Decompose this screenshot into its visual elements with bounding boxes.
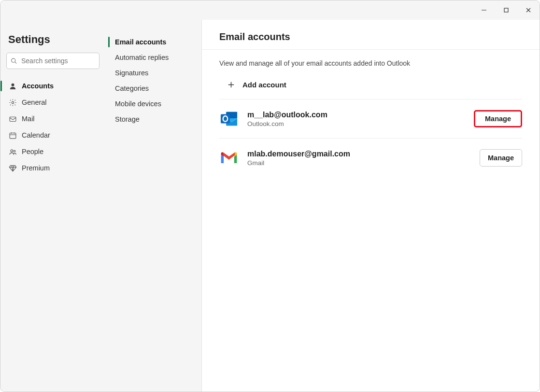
subnav-item-label: Email accounts: [115, 38, 166, 46]
minimize-icon: [481, 7, 487, 13]
sidebar-item-calendar[interactable]: Calendar: [5, 127, 100, 143]
outlook-icon: [219, 109, 239, 128]
sidebar-left: Settings Accounts General: [0, 20, 105, 392]
sidebar-item-general[interactable]: General: [5, 94, 100, 111]
svg-point-14: [14, 150, 15, 152]
sidebar-item-label: Mail: [22, 115, 35, 123]
person-icon: [7, 82, 18, 90]
svg-point-13: [11, 150, 13, 152]
main-description: View and manage all of your email accoun…: [219, 59, 522, 67]
subnav-item-label: Signatures: [115, 69, 148, 77]
subnav-item-mobile-devices[interactable]: Mobile devices: [111, 96, 197, 112]
maximize-button[interactable]: [495, 2, 517, 18]
search-input[interactable]: [6, 53, 99, 69]
gmail-icon: [219, 148, 239, 168]
subnav-item-automatic-replies[interactable]: Automatic replies: [111, 50, 197, 65]
close-button[interactable]: [517, 2, 540, 18]
svg-point-4: [12, 58, 15, 62]
subnav-item-signatures[interactable]: Signatures: [111, 65, 197, 81]
account-info: m__lab@outlook.com Outlook.com: [247, 111, 474, 127]
manage-button[interactable]: Manage: [480, 149, 522, 167]
people-icon: [7, 148, 18, 156]
account-provider: Outlook.com: [247, 120, 474, 127]
sidebar-item-mail[interactable]: Mail: [5, 111, 100, 127]
gear-icon: [7, 98, 18, 107]
diamond-icon: [7, 164, 18, 172]
account-row: m__lab@outlook.com Outlook.com Manage: [219, 99, 522, 139]
maximize-icon: [503, 7, 509, 13]
manage-button[interactable]: Manage: [474, 110, 522, 127]
add-account-button[interactable]: Add account: [219, 76, 522, 93]
sidebar-item-label: People: [22, 148, 43, 155]
subnav-item-label: Mobile devices: [115, 100, 161, 108]
sidebar-item-label: Premium: [22, 164, 50, 172]
divider: [202, 49, 540, 50]
mail-icon: [7, 115, 18, 123]
svg-rect-1: [504, 8, 508, 12]
sidebar-item-label: Accounts: [22, 82, 54, 90]
settings-window: Settings Accounts General: [0, 0, 540, 392]
account-email: mlab.demouser@gmail.com: [247, 150, 480, 158]
sidebar-item-label: General: [22, 98, 47, 106]
main-content: Email accounts View and manage all of yo…: [202, 20, 540, 392]
sidebar-item-label: Calendar: [22, 131, 50, 139]
sidebar-item-premium[interactable]: Premium: [5, 160, 100, 176]
search-wrap: [6, 53, 99, 69]
account-provider: Gmail: [247, 159, 480, 167]
main-heading: Email accounts: [219, 31, 522, 42]
svg-rect-9: [10, 133, 16, 138]
add-account-label: Add account: [242, 81, 286, 89]
svg-point-6: [11, 83, 14, 86]
plus-icon: [227, 81, 238, 89]
titlebar: [0, 0, 540, 20]
account-row: mlab.demouser@gmail.com Gmail Manage: [219, 139, 522, 177]
subnav-item-label: Automatic replies: [115, 54, 169, 61]
search-icon: [11, 58, 17, 64]
sidebar-middle: Email accounts Automatic replies Signatu…: [105, 20, 202, 392]
account-email: m__lab@outlook.com: [247, 111, 474, 119]
subnav-item-label: Categories: [115, 84, 149, 92]
subnav-item-categories[interactable]: Categories: [111, 81, 197, 96]
sidebar-item-accounts[interactable]: Accounts: [5, 78, 100, 94]
close-icon: [526, 7, 531, 13]
svg-rect-8: [10, 117, 16, 121]
subnav-item-storage[interactable]: Storage: [111, 112, 197, 127]
minimize-button[interactable]: [473, 2, 495, 18]
sidebar-item-people[interactable]: People: [5, 143, 100, 160]
account-info: mlab.demouser@gmail.com Gmail: [247, 150, 480, 167]
svg-point-7: [12, 101, 14, 103]
subnav-item-email-accounts[interactable]: Email accounts: [111, 34, 197, 50]
page-title: Settings: [5, 20, 100, 53]
calendar-icon: [7, 131, 18, 140]
subnav-item-label: Storage: [115, 115, 140, 123]
svg-line-5: [15, 62, 16, 63]
